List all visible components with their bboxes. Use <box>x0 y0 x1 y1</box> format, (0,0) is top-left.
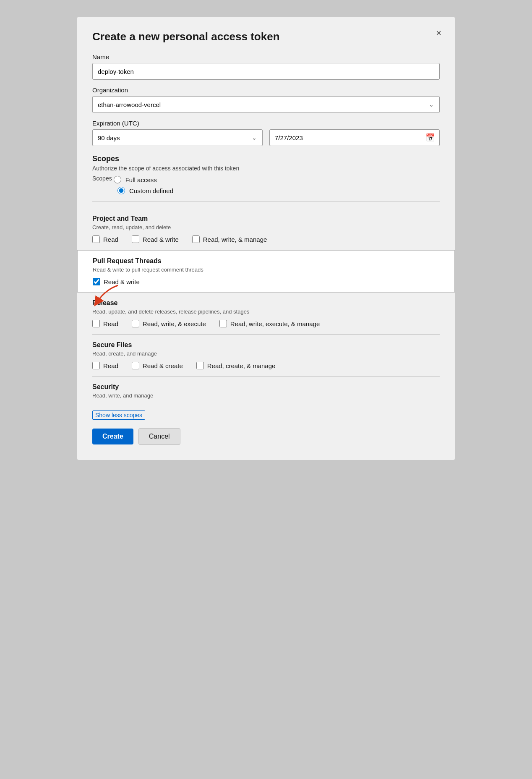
release-read-item: Read <box>92 320 118 327</box>
expiration-days-wrapper: 90 days ⌄ <box>92 129 263 146</box>
expiration-label: Expiration (UTC) <box>92 120 440 127</box>
organization-select[interactable]: ethan-arrowood-vercel <box>92 96 440 113</box>
full-access-radio[interactable] <box>114 176 121 183</box>
project-team-readwrite-label: Read & write <box>143 236 179 243</box>
secure-files-checkbox-group: Read Read & create Read, create, & manag… <box>92 362 440 369</box>
full-access-label: Full access <box>125 176 157 183</box>
modal-container: Create a new personal access token × Nam… <box>77 17 455 460</box>
pull-request-title: Pull Request Threads <box>93 257 439 265</box>
project-team-title: Project and Team <box>92 215 440 222</box>
project-team-read-label: Read <box>103 236 118 243</box>
release-title: Release <box>92 299 440 307</box>
security-desc: Read, write, and manage <box>92 392 440 399</box>
name-input[interactable] <box>92 63 440 80</box>
secure-files-readcreatemanage-item: Read, create, & manage <box>196 362 276 369</box>
scopes-title: Scopes <box>92 154 440 163</box>
secure-files-read-checkbox[interactable] <box>92 362 100 369</box>
close-button[interactable]: × <box>436 29 441 38</box>
modal-title: Create a new personal access token <box>92 30 440 43</box>
release-section: Release Read, update, and delete release… <box>92 293 440 335</box>
project-team-readwritemanage-item: Read, write, & manage <box>192 235 267 243</box>
secure-files-readcreate-checkbox[interactable] <box>132 362 139 369</box>
secure-files-readcreate-label: Read & create <box>143 362 183 369</box>
pull-request-desc: Read & write to pull request comment thr… <box>93 267 439 273</box>
scopes-subtitle: Authorize the scope of access associated… <box>92 165 440 172</box>
project-team-readwrite-item: Read & write <box>132 235 179 243</box>
release-checkbox-group: Read Read, write, & execute Read, write,… <box>92 320 440 327</box>
security-section: Security Read, write, and manage <box>92 376 440 399</box>
release-readwriteexecute-item: Read, write, & execute <box>132 320 206 327</box>
custom-defined-radio-item: Custom defined <box>117 187 440 194</box>
project-team-readwritemanage-label: Read, write, & manage <box>203 236 267 243</box>
pull-request-section: Pull Request Threads Read & write to pul… <box>77 250 455 293</box>
project-team-readwritemanage-checkbox[interactable] <box>192 235 200 243</box>
scopes-section: Scopes Authorize the scope of access ass… <box>92 154 440 194</box>
red-arrow-icon <box>93 281 126 311</box>
divider-1 <box>92 201 440 201</box>
name-label: Name <box>92 53 440 60</box>
cancel-button[interactable]: Cancel <box>138 428 180 445</box>
project-team-desc: Create, read, update, and delete <box>92 224 440 230</box>
release-desc: Read, update, and delete releases, relea… <box>92 308 440 315</box>
project-team-checkbox-group: Read Read & write Read, write, & manage <box>92 235 440 243</box>
custom-defined-radio[interactable] <box>117 187 125 194</box>
secure-files-readcreatemanage-label: Read, create, & manage <box>207 362 276 369</box>
secure-files-title: Secure Files <box>92 341 440 349</box>
secure-files-readcreate-item: Read & create <box>132 362 183 369</box>
project-team-read-item: Read <box>92 235 118 243</box>
expiration-date-input[interactable] <box>269 129 440 146</box>
project-team-readwrite-checkbox[interactable] <box>132 235 139 243</box>
project-team-read-checkbox[interactable] <box>92 235 100 243</box>
custom-defined-label: Custom defined <box>129 187 173 194</box>
release-readwriteexecutemanage-label: Read, write, execute, & manage <box>230 320 320 327</box>
secure-files-section: Secure Files Read, create, and manage Re… <box>92 335 440 376</box>
organization-select-wrapper: ethan-arrowood-vercel ⌄ <box>92 96 440 113</box>
buttons-row: Create Cancel <box>92 428 440 445</box>
secure-files-desc: Read, create, and manage <box>92 350 440 357</box>
secure-files-readcreatemanage-checkbox[interactable] <box>196 362 204 369</box>
project-team-section: Project and Team Create, read, update, a… <box>92 208 440 250</box>
scopes-radio-group: Scopes Full access Custom defined <box>92 175 440 194</box>
secure-files-read-label: Read <box>103 362 118 369</box>
release-readwriteexecutemanage-checkbox[interactable] <box>219 320 227 327</box>
release-readwriteexecute-checkbox[interactable] <box>132 320 139 327</box>
scopes-label: Scopes <box>92 175 112 182</box>
pull-request-checkbox-group: Read & write <box>93 278 439 285</box>
expiration-date-wrapper: 📅 <box>269 129 440 146</box>
release-read-label: Read <box>103 320 118 327</box>
show-less-scopes-link[interactable]: Show less scopes <box>92 410 145 420</box>
release-read-checkbox[interactable] <box>92 320 100 327</box>
create-button[interactable]: Create <box>92 429 133 444</box>
release-readwriteexecute-label: Read, write, & execute <box>143 320 206 327</box>
organization-label: Organization <box>92 86 440 94</box>
security-title: Security <box>92 383 440 391</box>
release-readwriteexecutemanage-item: Read, write, execute, & manage <box>219 320 320 327</box>
full-access-radio-item: Full access <box>114 176 157 183</box>
secure-files-read-item: Read <box>92 362 118 369</box>
expiration-row: 90 days ⌄ 📅 <box>92 129 440 146</box>
expiration-days-select[interactable]: 90 days <box>92 129 263 146</box>
